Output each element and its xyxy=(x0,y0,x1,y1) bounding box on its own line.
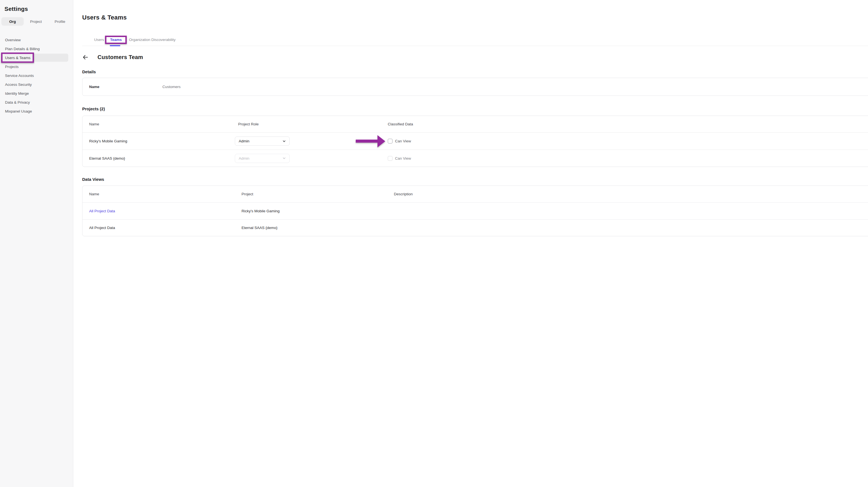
projects-heading: Projects (2) xyxy=(82,106,434,111)
data-views-heading: Data Views xyxy=(82,177,434,182)
tab-users[interactable]: Users xyxy=(94,38,104,42)
sidebar-item-plan-details-billing[interactable]: Plan Details & Billing xyxy=(0,44,73,53)
sidebar-item-projects[interactable]: Projects xyxy=(0,62,73,71)
sidebar-item-users-teams[interactable]: Users & Teams xyxy=(0,53,73,62)
scope-tabs: Org Project Profile xyxy=(1,17,73,26)
sidebar-item-mixpanel-usage[interactable]: Mixpanel Usage xyxy=(0,107,73,116)
details-heading: Details xyxy=(82,69,434,74)
project-name: Ricky's Mobile Gaming xyxy=(89,139,235,143)
project-role-value: Admin xyxy=(239,139,249,143)
data-view-name: All Project Data xyxy=(89,226,242,230)
active-tab-indicator xyxy=(110,45,120,46)
projects-table-header: Name Project Role Classified Data xyxy=(83,116,434,132)
details-card: Name Customers xyxy=(82,78,434,96)
scope-tab-project[interactable]: Project xyxy=(24,17,48,26)
column-header-description: Description xyxy=(394,192,434,196)
data-view-project: Ricky's Mobile Gaming xyxy=(242,209,394,213)
can-view-label: Can View xyxy=(395,139,411,143)
data-view-project: Eternal SAAS {demo} xyxy=(242,226,394,230)
column-header-name: Name xyxy=(89,192,242,196)
sidebar-nav: Overview Plan Details & Billing Users & … xyxy=(0,35,73,116)
project-name: Eternal SAAS {demo} xyxy=(89,156,235,160)
sidebar-title: Settings xyxy=(0,0,73,12)
can-view-checkbox xyxy=(388,156,393,161)
sidebar-item-identity-merge[interactable]: Identity Merge xyxy=(0,89,73,98)
can-view-label: Can View xyxy=(395,156,411,160)
column-header-project: Project xyxy=(242,192,394,196)
scope-tab-profile[interactable]: Profile xyxy=(48,17,71,26)
chevron-down-icon xyxy=(282,140,286,143)
settings-sidebar: Settings Org Project Profile Overview Pl… xyxy=(0,0,73,243)
column-header-name: Name xyxy=(89,122,235,126)
sidebar-item-access-security[interactable]: Access Security xyxy=(0,80,73,89)
sidebar-item-overview[interactable]: Overview xyxy=(0,35,73,44)
table-row: All Project Data Eternal SAAS {demo} xyxy=(83,219,434,236)
column-header-classified-data: Classified Data xyxy=(388,122,434,126)
main-content: Users & Teams Users Teams Organization D… xyxy=(73,0,434,243)
tab-teams[interactable]: Teams xyxy=(110,38,122,42)
sidebar-item-service-accounts[interactable]: Service Accounts xyxy=(0,71,73,80)
scope-tab-org[interactable]: Org xyxy=(1,17,24,26)
annotation-box: Teams xyxy=(105,36,127,44)
annotation-arrow-icon xyxy=(356,135,385,147)
table-row: All Project Data Ricky's Mobile Gaming xyxy=(83,203,434,219)
page-title: Users & Teams xyxy=(82,14,434,21)
can-view-checkbox[interactable] xyxy=(388,139,393,144)
tab-organization-discoverability[interactable]: Organization Discoverability xyxy=(129,38,176,42)
data-views-table-header: Name Project Description xyxy=(83,186,434,203)
team-name-label: Name xyxy=(89,85,162,89)
data-views-table: Name Project Description All Project Dat… xyxy=(82,186,434,236)
project-role-dropdown[interactable]: Admin xyxy=(235,136,290,146)
back-arrow-icon[interactable] xyxy=(82,54,89,60)
chevron-down-icon xyxy=(282,157,286,160)
project-role-value: Admin xyxy=(239,156,249,160)
column-header-project-role: Project Role xyxy=(235,122,388,126)
users-teams-tabs: Users Teams Organization Discoverability xyxy=(82,34,434,46)
table-row: Eternal SAAS {demo} Admin Can View xyxy=(83,150,434,166)
classified-data-cell: Can View xyxy=(388,156,434,161)
team-header: Customers Team xyxy=(82,53,434,61)
team-title: Customers Team xyxy=(97,54,143,60)
project-role-dropdown-disabled: Admin xyxy=(235,154,290,163)
table-row: Ricky's Mobile Gaming Admin Can View xyxy=(83,132,434,150)
team-name-value: Customers xyxy=(162,85,181,89)
projects-table: Name Project Role Classified Data Ricky'… xyxy=(82,116,434,167)
classified-data-cell: Can View xyxy=(388,139,434,144)
sidebar-item-data-privacy[interactable]: Data & Privacy xyxy=(0,98,73,107)
data-view-link[interactable]: All Project Data xyxy=(89,209,242,213)
